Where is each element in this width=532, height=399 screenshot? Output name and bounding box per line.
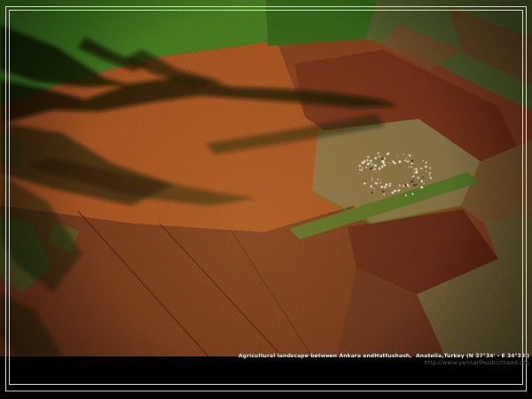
aerial-photo-scene: [0, 0, 532, 399]
wallpaper-photo: Agricultural landscape between Ankara an…: [0, 0, 532, 399]
